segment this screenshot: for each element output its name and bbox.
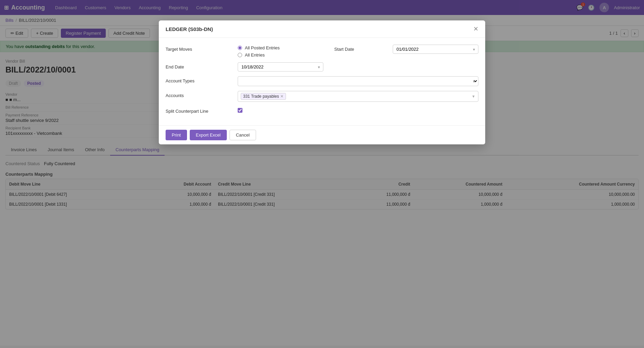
start-date-label: Start Date [334, 45, 382, 52]
radio-all-posted[interactable]: All Posted Entries [238, 45, 323, 50]
form-row-accounts: Accounts 331 Trade payables ✕ ▼ [166, 91, 478, 102]
ledger-modal: LEDGER (S03b-DN) ✕ Target Moves All Post… [159, 20, 485, 144]
split-checkbox[interactable] [238, 108, 242, 113]
target-moves-label: Target Moves [166, 45, 227, 52]
end-date-label: End Date [166, 62, 227, 69]
modal-footer: Print Export Excel Cancel [159, 125, 485, 144]
radio-group-target: All Posted Entries All Entries [238, 45, 323, 58]
end-date-input[interactable] [238, 62, 323, 72]
print-button[interactable]: Print [166, 130, 187, 140]
target-moves-options: All Posted Entries All Entries [238, 45, 323, 58]
account-types-field [238, 76, 478, 86]
modal-title: LEDGER (S03b-DN) [166, 26, 213, 32]
modal-body: Target Moves All Posted Entries All Entr… [159, 38, 485, 125]
account-tag: 331 Trade payables ✕ [241, 93, 286, 100]
radio-all-entries-label: All Entries [245, 52, 265, 58]
account-types-label: Account Types [166, 76, 227, 83]
start-date-input[interactable] [393, 45, 478, 54]
form-row-target-moves: Target Moves All Posted Entries All Entr… [166, 45, 478, 58]
account-tag-remove[interactable]: ✕ [280, 94, 284, 99]
accounts-tag-input[interactable]: 331 Trade payables ✕ ▼ [238, 91, 478, 102]
accounts-field: 331 Trade payables ✕ ▼ [238, 91, 478, 102]
start-date-wrapper [393, 45, 478, 54]
radio-all-entries[interactable]: All Entries [238, 52, 323, 58]
form-row-account-types: Account Types [166, 76, 478, 86]
modal-close-button[interactable]: ✕ [473, 25, 478, 33]
form-row-split: Split Counterpart Line [166, 107, 478, 114]
radio-all-posted-input[interactable] [238, 46, 242, 50]
accounts-label: Accounts [166, 91, 227, 98]
split-counterpart-label: Split Counterpart Line [166, 107, 227, 114]
account-types-wrapper [238, 76, 478, 86]
form-row-end-date: End Date [166, 62, 478, 72]
export-excel-button[interactable]: Export Excel [190, 130, 227, 140]
split-checkbox-group [238, 108, 478, 113]
end-date-wrapper [238, 62, 323, 72]
cancel-button[interactable]: Cancel [230, 130, 256, 140]
start-date-field [393, 45, 478, 54]
modal-header: LEDGER (S03b-DN) ✕ [159, 20, 485, 38]
radio-all-posted-label: All Posted Entries [245, 45, 280, 50]
dropdown-arrow-icon: ▼ [472, 94, 475, 98]
radio-all-entries-input[interactable] [238, 53, 242, 57]
end-date-field [238, 62, 323, 72]
account-types-select[interactable] [238, 76, 478, 86]
split-counterpart-field [238, 107, 478, 113]
modal-overlay: LEDGER (S03b-DN) ✕ Target Moves All Post… [0, 0, 644, 346]
account-tag-label: 331 Trade payables [243, 94, 279, 99]
